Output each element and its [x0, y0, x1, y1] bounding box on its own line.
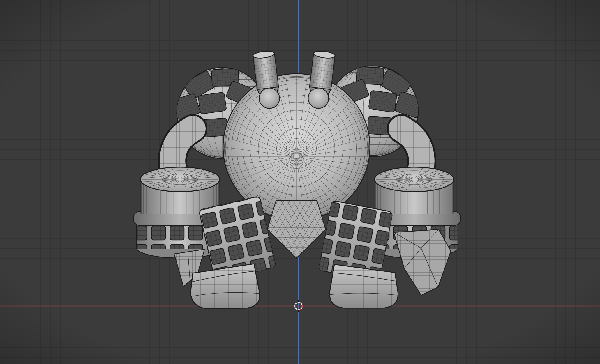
pelvis-wedge: [267, 200, 326, 258]
scene-canvas[interactable]: [0, 0, 600, 364]
model-robot[interactable]: [133, 50, 461, 309]
hand-right: [394, 229, 451, 295]
3d-viewport[interactable]: [0, 0, 600, 364]
boot-right: [329, 264, 398, 308]
boot-left: [190, 264, 260, 309]
